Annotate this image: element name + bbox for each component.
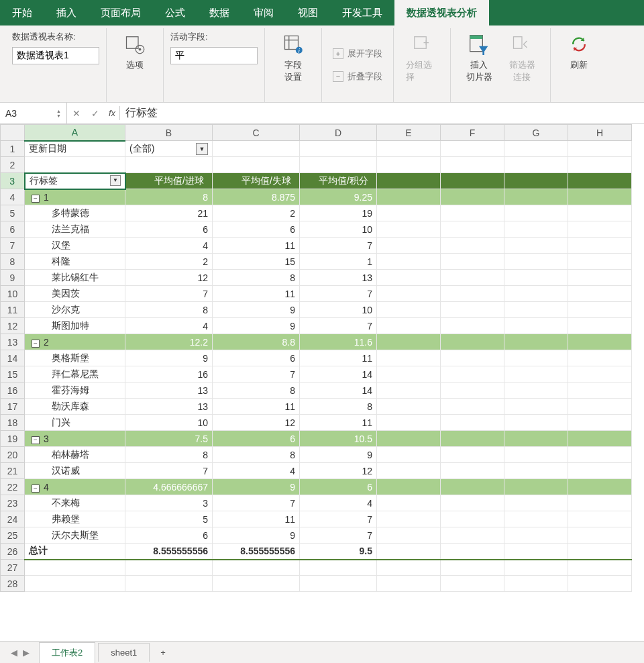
cell-A23[interactable]: 不来梅 (25, 495, 125, 511)
cell-H24[interactable] (568, 511, 632, 527)
cell-D12[interactable]: 7 (300, 318, 377, 334)
tab-formulas[interactable]: 公式 (153, 0, 197, 26)
col-header-A[interactable]: A (25, 125, 125, 141)
row-header-23[interactable]: 23 (1, 495, 25, 511)
cell-E25[interactable] (377, 527, 441, 544)
sheet-nav-prev[interactable]: ◀ (11, 648, 17, 658)
tab-data[interactable]: 数据 (197, 0, 241, 26)
cell-H5[interactable] (568, 205, 632, 221)
cell-B17[interactable]: 13 (125, 399, 213, 415)
row-header-20[interactable]: 20 (1, 447, 25, 463)
cell-B13[interactable]: 12.2 (125, 334, 213, 350)
cell-B18[interactable]: 10 (125, 415, 213, 431)
cell-G1[interactable] (504, 141, 568, 157)
cell-B2[interactable] (125, 157, 213, 173)
cell-C19[interactable]: 6 (213, 431, 300, 447)
col-header-H[interactable]: H (568, 125, 632, 141)
cell-E22[interactable] (377, 479, 441, 495)
cell-G28[interactable] (504, 576, 568, 592)
row-labels-dropdown[interactable]: ▼ (110, 175, 121, 186)
cell-H3[interactable] (568, 173, 632, 189)
cell-B9[interactable]: 12 (125, 270, 213, 286)
cell-E4[interactable] (377, 189, 441, 205)
cell-A16[interactable]: 霍芬海姆 (25, 382, 125, 399)
cell-B4[interactable]: 8 (125, 189, 213, 205)
cell-D27[interactable] (300, 560, 377, 576)
tab-devtools[interactable]: 开发工具 (330, 0, 394, 26)
cell-G24[interactable] (504, 511, 568, 527)
row-header-13[interactable]: 13 (1, 334, 25, 350)
cell-E15[interactable] (377, 366, 441, 382)
cell-G2[interactable] (504, 157, 568, 173)
formula-input[interactable]: 行标签 (120, 106, 644, 120)
cell-H6[interactable] (568, 221, 632, 238)
tab-review[interactable]: 审阅 (241, 0, 286, 26)
sheet-tab-sheet1[interactable]: sheet1 (98, 643, 150, 662)
cell-D20[interactable]: 9 (300, 447, 377, 463)
cell-G15[interactable] (504, 366, 568, 382)
row-header-5[interactable]: 5 (1, 205, 25, 221)
row-header-2[interactable]: 2 (1, 157, 25, 173)
cell-A7[interactable]: 汉堡 (25, 238, 125, 254)
cell-E13[interactable] (377, 334, 441, 350)
cell-H8[interactable] (568, 254, 632, 270)
cell-C23[interactable]: 7 (213, 495, 300, 511)
cell-H25[interactable] (568, 527, 632, 544)
cell-F19[interactable] (441, 431, 504, 447)
cell-D14[interactable]: 11 (300, 350, 377, 366)
cell-B8[interactable]: 2 (125, 254, 213, 270)
cell-B27[interactable] (125, 560, 213, 576)
select-all-corner[interactable] (1, 125, 25, 141)
cell-H11[interactable] (568, 302, 632, 318)
tab-pivottable-analyze[interactable]: 数据透视表分析 (394, 0, 489, 26)
cell-E14[interactable] (377, 350, 441, 366)
row-header-8[interactable]: 8 (1, 254, 25, 270)
pt-name-input[interactable] (12, 47, 99, 64)
cell-E3[interactable] (377, 173, 441, 189)
cell-D21[interactable]: 12 (300, 463, 377, 479)
cell-D26[interactable]: 9.5 (300, 544, 377, 560)
cell-G7[interactable] (504, 238, 568, 254)
cell-C3[interactable]: 平均值/失球 (213, 173, 300, 189)
cell-F1[interactable] (441, 141, 504, 157)
cell-D11[interactable]: 10 (300, 302, 377, 318)
row-header-12[interactable]: 12 (1, 318, 25, 334)
insert-slicer-button[interactable]: 插入 切片器 (458, 31, 500, 85)
cell-D7[interactable]: 7 (300, 238, 377, 254)
col-header-B[interactable]: B (125, 125, 213, 141)
cell-C9[interactable]: 8 (213, 270, 300, 286)
cell-H23[interactable] (568, 495, 632, 511)
cell-E27[interactable] (377, 560, 441, 576)
row-header-10[interactable]: 10 (1, 286, 25, 302)
cell-B20[interactable]: 8 (125, 447, 213, 463)
cell-D10[interactable]: 7 (300, 286, 377, 302)
options-button[interactable]: 选项 (113, 31, 156, 72)
cell-B1[interactable]: (全部)▼ (125, 141, 213, 157)
col-header-D[interactable]: D (300, 125, 377, 141)
expand-field-button[interactable]: +展开字段 (329, 46, 386, 62)
cell-C10[interactable]: 11 (213, 286, 300, 302)
cell-A3[interactable]: 行标签▼ (25, 173, 125, 189)
cell-F18[interactable] (441, 415, 504, 431)
cell-C4[interactable]: 8.875 (213, 189, 300, 205)
cell-C1[interactable] (213, 141, 300, 157)
cell-F7[interactable] (441, 238, 504, 254)
cell-B5[interactable]: 21 (125, 205, 213, 221)
cell-A20[interactable]: 柏林赫塔 (25, 447, 125, 463)
cancel-formula-button[interactable]: ✕ (67, 108, 86, 119)
cell-F5[interactable] (441, 205, 504, 221)
cell-A13[interactable]: −2 (25, 334, 125, 350)
cell-D4[interactable]: 9.25 (300, 189, 377, 205)
cell-G23[interactable] (504, 495, 568, 511)
cell-B10[interactable]: 7 (125, 286, 213, 302)
cell-E2[interactable] (377, 157, 441, 173)
active-field-input[interactable] (170, 47, 258, 64)
sheet-nav-next[interactable]: ▶ (23, 648, 30, 658)
cell-H27[interactable] (568, 560, 632, 576)
cell-E19[interactable] (377, 431, 441, 447)
name-box-spin[interactable]: ▲▼ (56, 109, 61, 118)
cell-E23[interactable] (377, 495, 441, 511)
collapse-toggle[interactable]: − (32, 340, 40, 348)
row-header-1[interactable]: 1 (1, 141, 25, 157)
cell-A9[interactable]: 莱比锡红牛 (25, 270, 125, 286)
